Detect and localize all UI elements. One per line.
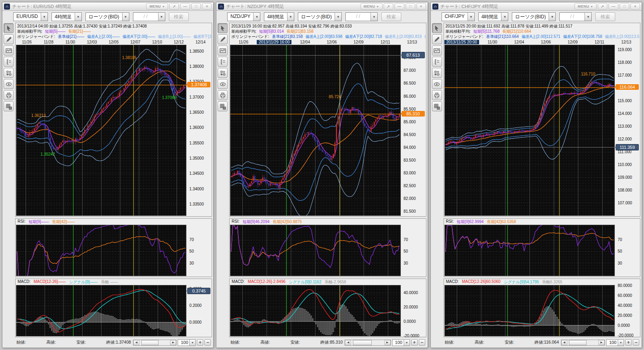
date-input[interactable]: / / ▼ [345,12,378,21]
scroll-left-button[interactable]: ◀ [561,340,567,345]
export-tool-button[interactable] [4,101,14,111]
style-select[interactable]: ローソク(BID) ▼ [512,12,556,21]
candlestick-chart[interactable]: 85.724 [230,45,400,216]
chart-scrollbar[interactable]: ◀ ▶ [561,340,605,346]
chevron-down-icon[interactable]: ▼ [468,13,474,21]
export-tool-button[interactable] [432,101,442,111]
close-button[interactable]: × [630,3,640,10]
minimize-button[interactable]: — [180,3,190,10]
export-tool-button[interactable] [218,101,228,111]
minimize-button[interactable]: — [608,3,618,10]
search-button[interactable]: 検索 [595,12,615,21]
close-button[interactable]: × [202,3,212,10]
indicator-tool-button[interactable] [432,45,442,55]
chevron-down-icon[interactable]: ▼ [335,13,341,21]
scrollbar-track[interactable] [139,340,170,345]
chevron-down-icon[interactable]: ▼ [41,13,48,21]
scrollbar-thumb[interactable] [141,340,159,345]
draw-tool-button[interactable] [218,34,228,44]
scroll-right-button[interactable]: ▶ [170,340,176,345]
popout-button[interactable]: ↗ [169,3,179,10]
scale-tool-button[interactable] [4,57,14,67]
chevron-down-icon[interactable]: ▼ [618,340,624,346]
scroll-left-button[interactable]: ◀ [133,340,139,345]
date-input[interactable]: / / ▼ [559,12,592,21]
search-button[interactable]: 検索 [381,12,401,21]
print-tool-button[interactable] [4,90,14,100]
chevron-down-icon[interactable]: ▼ [585,13,591,21]
style-select[interactable]: ローソク(BID) ▼ [85,12,129,21]
zoom-out-button[interactable]: − [204,339,211,346]
zoom-in-button[interactable]: + [197,339,203,346]
indicator-tool-button[interactable] [218,45,228,55]
macd-chart[interactable] [16,285,186,336]
chevron-down-icon[interactable]: ▼ [158,13,165,21]
close-button[interactable]: × [416,3,426,10]
pair-select[interactable]: NZD/JPY ▼ [227,12,260,21]
chevron-down-icon[interactable]: ▼ [75,13,81,21]
rsi-chart[interactable] [16,225,186,276]
pair-select[interactable]: EUR/USD ▼ [13,12,48,21]
chevron-down-icon[interactable]: ▼ [549,13,555,21]
scrollbar-track[interactable] [567,340,598,345]
scale-tool-button[interactable] [432,57,442,67]
cursor-tool-button[interactable] [4,23,14,33]
style-select[interactable]: ローソク(BID) ▼ [298,12,342,21]
menu-button[interactable]: MENU ▼ [575,3,596,10]
rsi-chart[interactable] [230,225,400,276]
chevron-down-icon[interactable]: ▼ [287,13,294,21]
candlestick-chart[interactable]: 1.381051.362131.352421.37089 [16,45,186,216]
maximize-button[interactable]: □ [620,3,629,10]
cursor-tool-button[interactable] [218,23,228,33]
zoom-select[interactable]: 100 ▼ [606,339,624,346]
scale-tool-button[interactable] [218,57,228,67]
marker-tool-button[interactable] [218,68,228,78]
popout-button[interactable]: ↗ [598,3,607,10]
scroll-right-button[interactable]: ▶ [384,340,390,345]
zoom-out-button[interactable]: − [633,339,639,346]
timeframe-select[interactable]: 4時間足 ▼ [264,12,294,21]
draw-tool-button[interactable] [4,34,14,44]
scroll-right-button[interactable]: ▶ [598,340,604,345]
draw-tool-button[interactable] [432,34,442,44]
macd-chart[interactable] [230,285,400,336]
maximize-button[interactable]: □ [406,3,415,10]
chevron-down-icon[interactable]: ▼ [501,13,508,21]
print-tool-button[interactable] [432,90,442,100]
chevron-down-icon[interactable]: ▼ [122,13,129,21]
zoom-out-button[interactable]: − [419,339,425,346]
minimize-button[interactable]: — [394,3,404,10]
visibility-tool-button[interactable] [218,79,228,89]
macd-chart[interactable] [444,285,615,336]
pair-select[interactable]: CHF/JPY ▼ [442,12,475,21]
zoom-in-button[interactable]: + [625,339,632,346]
titlebar[interactable]: ∩ チャート: CHF/JPY 4時間足 MENU ▼ ↗ — □ × [431,2,642,11]
maximize-button[interactable]: □ [191,3,201,10]
zoom-in-button[interactable]: + [411,339,418,346]
search-button[interactable]: 検索 [169,12,189,21]
zoom-select[interactable]: 100 ▼ [178,339,196,346]
chevron-down-icon[interactable]: ▼ [253,13,260,21]
scrollbar-track[interactable] [351,340,384,345]
indicator-tool-button[interactable] [4,45,14,55]
visibility-tool-button[interactable] [432,79,442,89]
titlebar[interactable]: ∩ チャート: NZD/JPY 4時間足 MENU ▼ ↗ — □ × [216,2,427,11]
marker-tool-button[interactable] [432,68,442,78]
visibility-tool-button[interactable] [4,79,14,89]
candlestick-chart[interactable]: 116.710 [444,45,615,216]
rsi-chart[interactable] [444,225,615,276]
chart-scrollbar[interactable]: ◀ ▶ [345,340,390,346]
zoom-select[interactable]: 100 ▼ [392,339,410,346]
timeframe-select[interactable]: 4時間足 ▼ [478,12,509,21]
timeframe-select[interactable]: 4時間足 ▼ [52,12,82,21]
scroll-left-button[interactable]: ◀ [345,340,351,345]
cursor-tool-button[interactable] [432,23,442,33]
chevron-down-icon[interactable]: ▼ [371,13,377,21]
print-tool-button[interactable] [218,90,228,100]
chevron-down-icon[interactable]: ▼ [189,340,195,346]
titlebar[interactable]: ∩ チャート: EUR/USD 4時間足 MENU ▼ ↗ — □ × [2,2,213,11]
chevron-down-icon[interactable]: ▼ [404,340,410,346]
marker-tool-button[interactable] [4,68,14,78]
scrollbar-thumb[interactable] [569,340,587,345]
date-input[interactable]: / / ▼ [133,12,165,21]
